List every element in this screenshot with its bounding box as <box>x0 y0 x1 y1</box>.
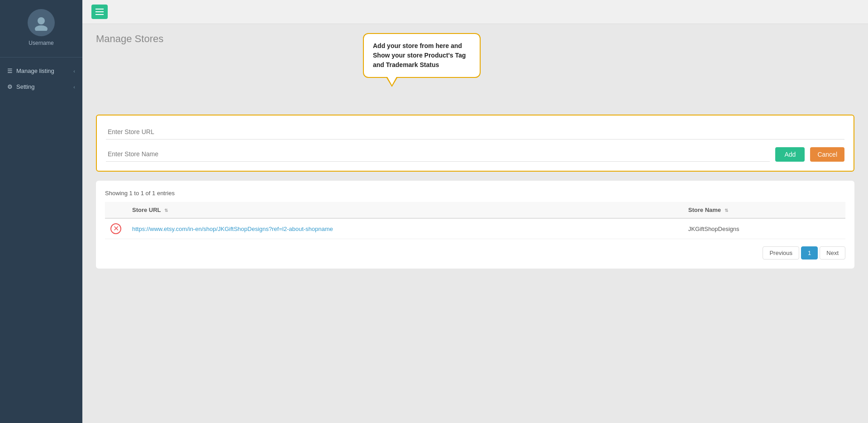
menu-icon-line2 <box>95 11 104 12</box>
sidebar-divider <box>0 57 82 58</box>
sidebar-item-manage-listing[interactable]: ☰ Manage listing ‹ <box>0 63 82 79</box>
table-cell-name: JKGiftShopDesigns <box>683 218 845 239</box>
table-col-store-name: Store Name ⇅ <box>683 202 845 218</box>
menu-toggle-button[interactable] <box>91 5 108 19</box>
delete-row-button[interactable]: ✕ <box>110 223 121 234</box>
menu-icon-line3 <box>95 14 104 15</box>
sidebar-username: Username <box>29 40 53 46</box>
page-title: Manage Stores <box>96 33 163 45</box>
store-name-row: Add Cancel <box>106 147 844 162</box>
table-cell-delete: ✕ <box>105 218 127 239</box>
title-tooltip-area: Manage Stores Add your store from here a… <box>96 33 854 106</box>
cancel-button[interactable]: Cancel <box>810 147 844 162</box>
main-content: Manage Stores Add your store from here a… <box>82 0 868 423</box>
table-cell-url: https://www.etsy.com/in-en/shop/JKGiftSh… <box>127 218 683 239</box>
tooltip-text: Add your store from here and Show your s… <box>373 42 466 68</box>
sidebar-item-label: Setting <box>16 83 34 90</box>
table-col-store-url: Store URL ⇅ <box>127 202 683 218</box>
pagination: Previous 1 Next <box>105 246 845 260</box>
topbar <box>82 0 868 24</box>
table-col-actions <box>105 202 127 218</box>
gear-icon: ⚙ <box>7 83 13 90</box>
page-content: Manage Stores Add your store from here a… <box>82 24 868 423</box>
svg-point-0 <box>38 17 45 24</box>
next-button[interactable]: Next <box>820 246 845 260</box>
store-url-link[interactable]: https://www.etsy.com/in-en/shop/JKGiftSh… <box>132 226 333 232</box>
entries-info: Showing 1 to 1 of 1 entries <box>105 190 845 197</box>
stores-table: Store URL ⇅ Store Name ⇅ ✕ https://www.e… <box>105 202 845 239</box>
add-button[interactable]: Add <box>775 147 805 162</box>
table-header-row: Store URL ⇅ Store Name ⇅ <box>105 202 845 218</box>
chevron-left-icon: ‹ <box>73 84 75 90</box>
sort-icon-url: ⇅ <box>164 208 168 213</box>
store-url-input[interactable] <box>106 125 844 139</box>
store-name-input[interactable] <box>106 147 770 162</box>
sidebar-item-setting[interactable]: ⚙ Setting ‹ <box>0 79 82 95</box>
tooltip-bubble: Add your store from here and Show your s… <box>363 33 481 78</box>
avatar <box>28 9 55 36</box>
page-1-button[interactable]: 1 <box>801 246 818 260</box>
chevron-left-icon: ‹ <box>73 68 75 74</box>
menu-icon-line1 <box>95 9 104 10</box>
add-store-card: Add Cancel <box>96 115 854 172</box>
table-row: ✕ https://www.etsy.com/in-en/shop/JKGift… <box>105 218 845 239</box>
list-icon: ☰ <box>7 67 13 74</box>
svg-point-1 <box>35 25 48 31</box>
table-card: Showing 1 to 1 of 1 entries Store URL ⇅ … <box>96 181 854 269</box>
sidebar: Username ☰ Manage listing ‹ ⚙ Setting ‹ <box>0 0 82 423</box>
sort-icon-name: ⇅ <box>725 208 728 213</box>
previous-button[interactable]: Previous <box>763 246 799 260</box>
sidebar-item-label: Manage listing <box>16 67 54 74</box>
